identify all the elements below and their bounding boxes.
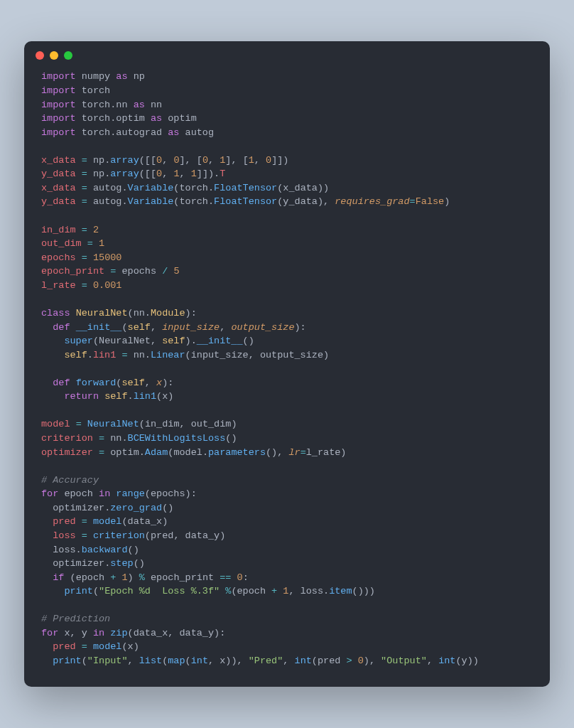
code-token: 15000 <box>93 252 122 263</box>
code-token: torch <box>76 85 111 96</box>
code-token: def <box>53 322 70 333</box>
code-token: . <box>121 183 127 193</box>
code-token <box>87 641 93 652</box>
code-line: l_rate = 0.001 <box>41 279 533 293</box>
code-token: 1 <box>99 238 104 249</box>
code-token: )) <box>318 183 329 193</box>
code-token: = <box>87 238 93 249</box>
code-token: ): <box>295 322 306 333</box>
code-token: np <box>87 168 104 179</box>
code-token: if <box>53 572 64 583</box>
code-line: y_data = np.array([[0, 1, 1]]).T <box>41 167 533 181</box>
code-token: data_x <box>134 628 168 638</box>
code-line: optimizer.step() <box>41 557 533 571</box>
code-token: , <box>162 155 173 166</box>
code-line: import numpy as np <box>41 70 533 84</box>
code-token: Adam <box>145 447 168 458</box>
code-token: NeuralNet <box>99 336 151 346</box>
code-token: as <box>168 127 179 138</box>
code-token: , <box>151 322 162 333</box>
code-token: ]]). <box>197 168 220 179</box>
code-token: , <box>162 168 173 179</box>
code-token: , <box>208 655 220 666</box>
code-token: Variable <box>128 183 174 193</box>
code-line: out_dim = 1 <box>41 237 533 251</box>
code-line: class NeuralNet(nn.Module): <box>41 306 533 321</box>
code-token: pred <box>318 655 347 666</box>
code-token: = <box>82 183 87 193</box>
code-token: autog <box>87 183 122 193</box>
code-token: FloatTensor <box>214 183 277 193</box>
code-token: , <box>128 655 139 666</box>
code-token: list <box>139 655 162 666</box>
code-token: , <box>254 155 266 166</box>
code-token: ): <box>162 378 173 388</box>
code-token: autograd <box>116 127 168 138</box>
code-token: torch <box>76 100 111 110</box>
code-token <box>231 572 237 583</box>
code-token: y_data <box>41 196 76 207</box>
code-token: 1 <box>191 168 197 179</box>
code-token <box>87 225 93 235</box>
code-token <box>87 252 93 263</box>
code-token: for <box>41 628 58 638</box>
code-token <box>41 655 53 666</box>
code-line <box>41 599 533 613</box>
code-token: optimizer <box>41 558 104 569</box>
code-token: ) <box>168 391 173 402</box>
code-token: nn <box>128 350 145 360</box>
code-token: as <box>134 100 145 110</box>
code-token: epoch_print <box>41 266 104 277</box>
code-token: = <box>82 168 87 179</box>
code-line: import torch.optim as optim <box>41 112 533 126</box>
code-token: def <box>53 378 70 388</box>
code-token: as <box>116 71 127 82</box>
code-line: loss = criterion(pred, data_y) <box>41 529 533 543</box>
code-line: for epoch in range(epochs): <box>41 487 533 501</box>
code-token: pred <box>151 530 173 541</box>
code-token: import <box>41 113 76 124</box>
code-token: Module <box>151 308 185 318</box>
code-token: ( <box>93 586 99 596</box>
code-token <box>76 196 82 207</box>
code-token: NeuralNet <box>87 419 139 429</box>
minimize-icon[interactable] <box>50 51 58 60</box>
code-token <box>41 350 64 360</box>
code-token: parameters <box>208 447 266 458</box>
code-token: ], [ <box>225 155 248 166</box>
code-token <box>70 419 76 429</box>
code-token: ( <box>312 655 318 666</box>
code-token: 0 <box>358 655 364 666</box>
code-token: 1 <box>121 572 127 583</box>
code-line: x_data = autog.Variable(torch.FloatTenso… <box>41 181 533 196</box>
code-token: + <box>271 586 277 596</box>
code-token: 0 <box>202 155 208 166</box>
code-line: # Prediction <box>41 612 533 626</box>
code-token: torch <box>179 183 208 193</box>
code-line <box>41 404 533 418</box>
maximize-icon[interactable] <box>64 51 72 60</box>
code-token: ( <box>70 572 76 583</box>
code-line: import torch.autograd as autog <box>41 126 533 140</box>
code-line: # Accuracy <box>41 473 533 488</box>
code-token: "Pred" <box>249 655 283 666</box>
code-token: 2 <box>93 225 99 235</box>
code-token: forward <box>76 378 117 388</box>
close-icon[interactable] <box>36 51 44 60</box>
code-token: torch <box>76 113 111 124</box>
code-token: 0 <box>156 168 162 179</box>
code-token: input_size <box>162 322 220 333</box>
code-token: ) <box>134 641 139 652</box>
code-token: epoch_print <box>145 572 220 583</box>
code-token: FloatTensor <box>214 196 277 207</box>
code-token <box>82 238 87 249</box>
code-token: pred <box>53 641 75 652</box>
code-token: autog <box>87 196 122 207</box>
code-line: print("Input", list(map(int, x)), "Pred"… <box>41 654 533 668</box>
code-token: torch <box>179 196 208 207</box>
code-token: . <box>208 183 214 193</box>
code-token: x <box>156 378 162 388</box>
code-token: , <box>220 322 231 333</box>
code-area[interactable]: import numpy as npimport torchimport tor… <box>24 65 550 686</box>
code-token: item <box>329 586 352 596</box>
